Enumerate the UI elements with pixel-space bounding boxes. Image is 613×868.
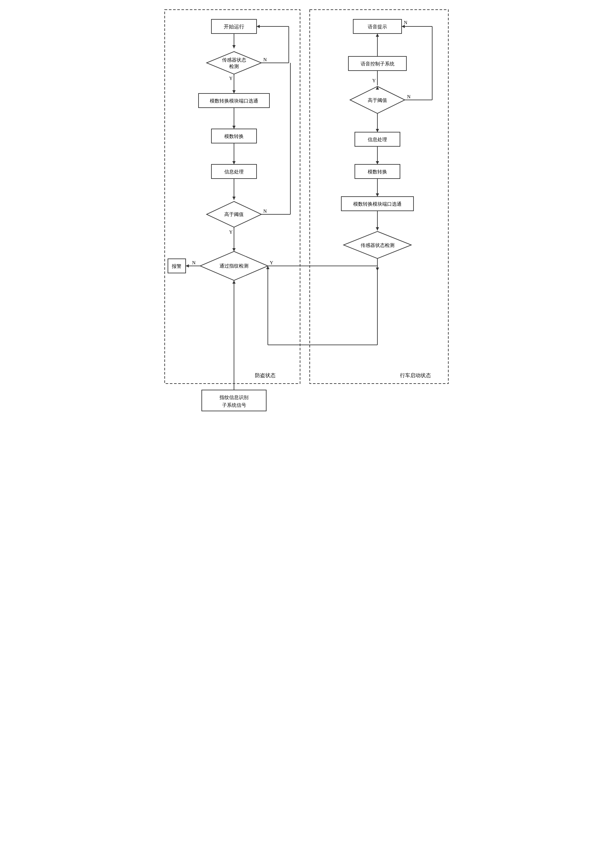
diagram-container: 开始运行 传感器状态 检测 N Y 模数转换模块端口选通 模数转换 [161, 6, 452, 425]
arrow-start-head [232, 45, 235, 48]
alarm-label: 报警 [172, 264, 181, 269]
adc-select-left-label: 模数转换模块端口选通 [210, 98, 258, 104]
threshold-right-n-label: N [407, 94, 410, 99]
arrow-adc-select-right-head [376, 227, 379, 231]
info-process-right-label: 信息处理 [368, 137, 387, 142]
voice-control-label: 语音控制子系统 [361, 61, 395, 67]
arrow-sensor-y-head [232, 90, 235, 93]
voice-n-label: N [404, 20, 407, 25]
sensor-n-label: N [263, 57, 267, 62]
arrow-fingerprint-n-head [186, 264, 189, 268]
adc-select-right-label: 模数转换模块端口选通 [353, 202, 402, 207]
info-process-left-label: 信息处理 [224, 169, 244, 174]
fingerprint-sub-label2: 子系统信号 [222, 403, 246, 408]
sensor-y-label-left: Y [229, 76, 233, 81]
sensor-check-left-label2: 检测 [229, 64, 239, 69]
fingerprint-sub-label1: 指纹信息识别 [219, 395, 248, 400]
arrow-sensor-n-head [257, 25, 260, 28]
arrow-adc-convert-right-head [376, 194, 379, 197]
threshold-y-label-left: Y [229, 229, 233, 235]
threshold-y-label-right: Y [372, 78, 376, 83]
sensor-check-right-label: 传感器状态检测 [361, 243, 395, 248]
fingerprint-sub-box [202, 390, 266, 411]
threshold-right-label: 高于阈值 [368, 98, 387, 103]
arrow-voice-ctrl-up-head [376, 34, 379, 37]
sensor-check-left-diamond [207, 51, 262, 74]
arrow-adc-select-left-head [232, 126, 235, 129]
fingerprint-n-label: N [192, 260, 196, 265]
arrow-threshold-y-left-head [232, 248, 235, 251]
voice-prompt-label: 语音提示 [368, 24, 387, 29]
flowchart-svg: 开始运行 传感器状态 检测 N Y 模数转换模块端口选通 模数转换 [161, 6, 452, 425]
arrow-info-process-right-head [376, 161, 379, 164]
adc-convert-left-label: 模数转换 [224, 134, 244, 139]
threshold-left-label: 高于阈值 [224, 212, 244, 217]
arrow-threshold-right-n-head [402, 25, 405, 28]
arrow-threshold-right-down-head [376, 129, 379, 132]
fingerprint-check-label: 通过指纹检测 [220, 264, 248, 268]
left-panel-label: 防盗状态 [255, 373, 276, 378]
start-label: 开始运行 [224, 24, 244, 29]
arrow-fingerprint-sub-head [232, 281, 235, 284]
adc-convert-right-label: 模数转换 [368, 169, 387, 174]
arrow-adc-convert-left-head [232, 161, 235, 164]
sensor-check-left-label1: 传感器状态 [222, 57, 246, 62]
threshold-n-label-left: N [263, 209, 267, 214]
fingerprint-y-label: Y [270, 260, 273, 265]
right-panel-label: 行车启动状态 [400, 373, 431, 378]
arrow-info-process-left-head [232, 197, 235, 200]
arrow-sensor-right-head [376, 268, 379, 271]
